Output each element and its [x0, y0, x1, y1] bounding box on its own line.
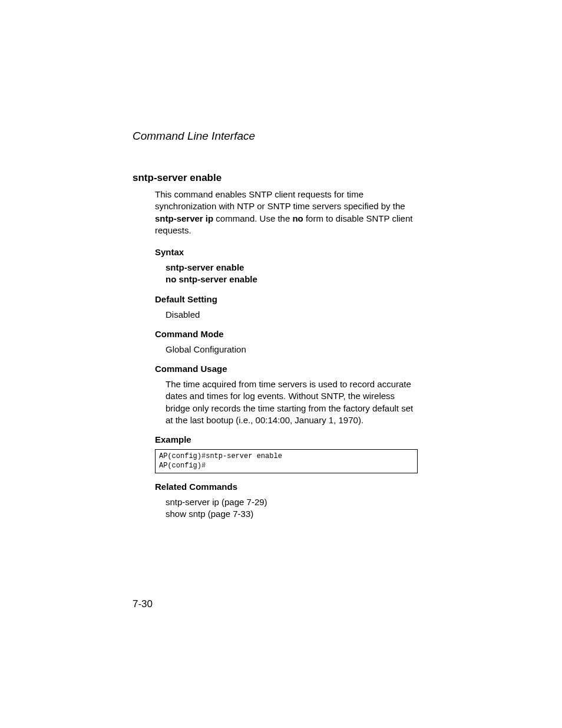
- syntax-line-2: no sntp-server enable: [166, 274, 418, 285]
- related-commands-label: Related Commands: [155, 482, 418, 492]
- desc-text-1: This command enables SNTP client request…: [155, 189, 405, 211]
- related-commands-body: sntp-server ip (page 7-29) show sntp (pa…: [166, 496, 418, 521]
- desc-text-2: command. Use the: [213, 213, 292, 223]
- page-content: Command Line Interface sntp-server enabl…: [0, 0, 562, 521]
- desc-bold-1: sntp-server ip: [155, 213, 213, 223]
- related-command-1: sntp-server ip (page 7-29): [166, 496, 418, 508]
- command-title: sntp-server enable: [133, 172, 418, 184]
- syntax-label: Syntax: [155, 247, 418, 257]
- default-setting-label: Default Setting: [155, 294, 418, 304]
- chapter-title: Command Line Interface: [133, 130, 418, 143]
- command-description: This command enables SNTP client request…: [155, 189, 418, 236]
- example-label: Example: [155, 434, 418, 444]
- example-code: AP(config)#sntp-server enable AP(config)…: [155, 449, 418, 473]
- command-usage-label: Command Usage: [155, 364, 418, 374]
- syntax-line-1: sntp-server enable: [166, 262, 418, 274]
- page-number: 7-30: [133, 598, 153, 610]
- command-usage-body: The time acquired from time servers is u…: [166, 378, 418, 426]
- command-mode-label: Command Mode: [155, 329, 418, 339]
- syntax-body: sntp-server enable no sntp-server enable: [166, 262, 418, 286]
- related-command-2: show sntp (page 7-33): [166, 508, 418, 520]
- command-mode-body: Global Configuration: [166, 344, 418, 355]
- default-setting-body: Disabled: [166, 309, 418, 321]
- desc-bold-2: no: [292, 213, 303, 223]
